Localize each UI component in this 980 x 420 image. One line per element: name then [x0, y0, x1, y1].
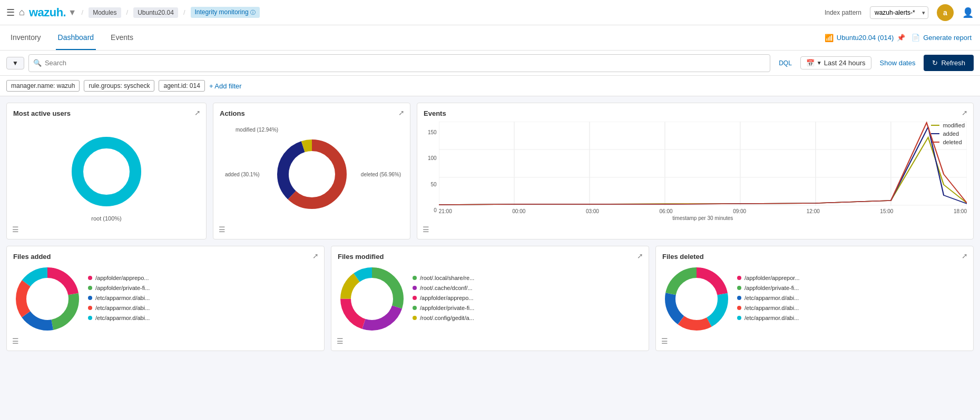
home-icon[interactable]: ⌂: [19, 7, 25, 18]
filter-toggle-btn[interactable]: ▼: [6, 57, 24, 69]
legend-mod-item-2: /appfolder/apprepo...: [413, 295, 474, 301]
svg-point-1: [102, 167, 111, 176]
filter-tag-agent-id: agent.id: 014: [159, 80, 204, 92]
breadcrumb-ubuntu[interactable]: Ubuntu20.04: [133, 7, 178, 18]
actions-donut: [270, 132, 354, 216]
panel-files-modified: Files modified ➚ /root/.local/share/re..…: [331, 246, 649, 351]
breadcrumb-modules[interactable]: Modules: [89, 7, 121, 18]
legend-mod-item-4: /root/.config/gedit/a...: [413, 315, 474, 321]
panel-files-deleted: Files deleted ➚ /appfolder/apprepor...: [655, 246, 974, 351]
panel-files-modified-title: Files modified: [338, 253, 642, 261]
legend-mod-item-0: /root/.local/share/re...: [413, 275, 474, 281]
breadcrumb-integrity[interactable]: Integrity monitoring ⓘ: [191, 7, 260, 18]
files-modified-donut: [338, 265, 406, 333]
sub-nav-right: 📶 Ubuntu20.04 (014) 📌 📄 Generate report: [825, 34, 972, 42]
legend-mod-dot-4: [413, 316, 417, 320]
files-deleted-legend: /appfolder/apprepor... /appfolder/privat…: [737, 275, 800, 323]
legend-mod-dot-1: [413, 286, 417, 290]
panel-actions-title: Actions: [220, 109, 404, 117]
actions-label-added: added (30.1%): [225, 172, 260, 177]
table-icon-files-added[interactable]: ☰: [12, 337, 19, 345]
x-axis-label: timestamp per 30 minutes: [439, 215, 967, 221]
tab-inventory[interactable]: Inventory: [8, 26, 43, 50]
expand-icon-files-deleted[interactable]: ➚: [962, 252, 968, 260]
files-deleted-donut: [662, 265, 731, 333]
most-active-donut: [67, 132, 146, 211]
legend-item-3: /etc/apparmor.d/abi...: [88, 305, 150, 311]
legend-dot-3: [88, 306, 92, 310]
legend-del-item-1: /appfolder/private-fi...: [737, 285, 800, 291]
refresh-button[interactable]: ↻ Refresh: [924, 55, 974, 71]
most-active-chart: root (100%): [13, 122, 200, 232]
filters-row: manager.name: wazuh rule.groups: syschec…: [0, 76, 980, 96]
wazuh-logo: wazuh. ▼: [29, 6, 76, 19]
filter-icon: ▼: [12, 59, 18, 67]
legend-mod-dot-2: [413, 296, 417, 300]
info-icon: ⓘ: [250, 9, 256, 15]
table-icon-events[interactable]: ☰: [423, 225, 429, 234]
index-pattern-select[interactable]: wazuh-alerts-*: [870, 6, 928, 19]
table-icon-files-modified[interactable]: ☰: [337, 337, 344, 345]
time-filter[interactable]: 📅 ▼ Last 24 hours: [800, 56, 871, 69]
filter-tag-manager: manager.name: wazuh: [6, 80, 80, 92]
nav-right: Index pattern wazuh-alerts-* a 👤: [825, 4, 974, 21]
dql-button[interactable]: DQL: [775, 59, 796, 67]
generate-report-btn[interactable]: 📄 Generate report: [912, 34, 972, 42]
user-icon[interactable]: 👤: [962, 7, 974, 18]
expand-icon-most-active[interactable]: ➚: [194, 108, 201, 117]
legend-del-dot-0: [737, 276, 741, 280]
add-filter-btn[interactable]: + Add filter: [209, 82, 242, 90]
hamburger-icon[interactable]: ☰: [6, 7, 15, 18]
x-axis: 21:00 00:00 03:00 06:00 09:00 12:00 15:0…: [439, 207, 967, 214]
files-deleted-inner: /appfolder/apprepor... /appfolder/privat…: [662, 265, 967, 333]
table-icon-files-deleted[interactable]: ☰: [661, 337, 668, 345]
tab-events[interactable]: Events: [109, 26, 135, 50]
legend-dot-1: [88, 286, 92, 290]
panel-row-2: Files added ➚ /appfolder/apprepo...: [6, 246, 974, 351]
refresh-icon: ↻: [932, 59, 938, 67]
expand-icon-files-modified[interactable]: ➚: [637, 252, 643, 260]
events-chart-area: 150 100 50 0: [424, 122, 967, 221]
table-icon-most-active[interactable]: ☰: [12, 225, 19, 234]
legend-dot-0: [88, 276, 92, 280]
logo-dropdown-icon[interactable]: ▼: [68, 8, 76, 17]
panel-files-deleted-title: Files deleted: [662, 253, 967, 261]
legend-mod-dot-3: [413, 306, 417, 310]
legend-item-4: /etc/apparmor.d/abi...: [88, 315, 150, 321]
svg-point-29: [364, 291, 380, 307]
expand-icon-actions[interactable]: ➚: [398, 108, 405, 117]
y-axis: 150 100 50 0: [428, 129, 439, 214]
search-input-wrapper: 🔍: [28, 54, 770, 72]
expand-icon-events[interactable]: ➚: [962, 108, 968, 117]
show-dates-button[interactable]: Show dates: [876, 59, 920, 67]
table-icon-actions[interactable]: ☰: [219, 225, 226, 234]
legend-del-dot-4: [737, 316, 741, 320]
panel-most-active-users: Most active users ➚ root (100%) ☰: [6, 103, 207, 239]
legend-del-dot-2: [737, 296, 741, 300]
files-modified-legend: /root/.local/share/re... /root/.cache/dc…: [413, 275, 474, 323]
search-input[interactable]: [45, 59, 766, 67]
legend-item-2: /etc/apparmor.d/abi...: [88, 295, 150, 301]
files-added-inner: /appfolder/apprepo... /appfolder/private…: [13, 265, 318, 333]
legend-del-dot-1: [737, 286, 741, 290]
panel-most-active-title: Most active users: [13, 109, 200, 117]
expand-icon-files-added[interactable]: ➚: [312, 252, 319, 260]
search-bar-row: ▼ 🔍 DQL 📅 ▼ Last 24 hours Show dates ↻ R…: [0, 51, 980, 76]
svg-point-23: [40, 291, 55, 307]
filter-tag-rule-groups: rule.groups: syscheck: [84, 80, 154, 92]
top-nav: ☰ ⌂ wazuh. ▼ / Modules / Ubuntu20.04 / I…: [0, 0, 980, 25]
legend-del-item-0: /appfolder/apprepor...: [737, 275, 800, 281]
main-content: Most active users ➚ root (100%) ☰ Action…: [0, 96, 980, 357]
legend-item-1: /appfolder/private-fi...: [88, 285, 150, 291]
svg-point-35: [689, 291, 704, 307]
legend-item-0: /appfolder/apprepo...: [88, 275, 150, 281]
calendar-dropdown-icon: ▼: [817, 60, 822, 66]
panel-files-added-title: Files added: [13, 253, 318, 261]
search-right: 📅 ▼ Last 24 hours Show dates ↻ Refresh: [800, 55, 974, 71]
panel-files-added: Files added ➚ /appfolder/apprepo...: [6, 246, 325, 351]
calendar-icon: 📅: [806, 59, 815, 67]
panel-events: Events ➚ modified added deleted: [417, 103, 974, 239]
files-added-donut: [13, 265, 82, 333]
tab-dashboard[interactable]: Dashboard: [56, 26, 96, 50]
agent-badge: 📶 Ubuntu20.04 (014) 📌: [825, 34, 905, 42]
